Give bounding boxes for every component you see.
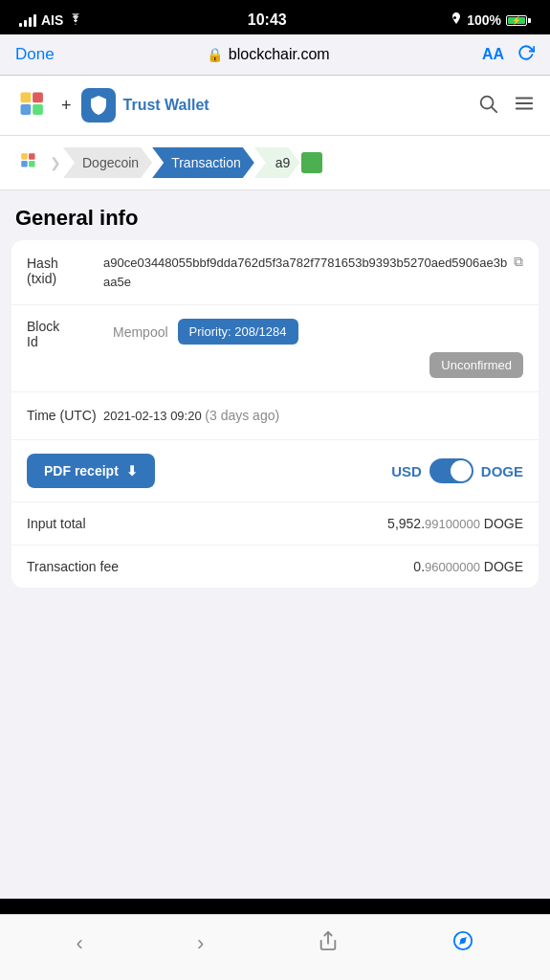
site-header: + Trust Wallet xyxy=(0,76,550,136)
input-total-row: Input total 5,952.99100000 DOGE xyxy=(11,502,539,546)
block-id-label: BlockId xyxy=(27,319,103,349)
input-total-decimal: 99100000 xyxy=(425,517,480,531)
input-total-currency: DOGE xyxy=(484,516,523,531)
breadcrumb-separator-1: ❯ xyxy=(50,155,61,170)
unconfirmed-container: Unconfirmed xyxy=(113,352,523,378)
time-row: Time (UTC) 2021-02-13 09:20 (3 days ago) xyxy=(11,392,539,440)
carrier-label: AIS xyxy=(41,12,63,28)
tx-fee-currency: DOGE xyxy=(484,559,523,574)
hash-row: Hash(txid) a90ce03448055bbf9dda762d5f3a7… xyxy=(11,240,539,305)
copy-icon[interactable]: ⧉ xyxy=(514,254,523,270)
tx-fee-value: 0.96000000 DOGE xyxy=(413,559,523,574)
hash-value[interactable]: a90ce03448055bbf9dda762d5f3a782f7781653b… xyxy=(103,254,508,291)
section-title: General info xyxy=(0,190,550,240)
search-icon[interactable] xyxy=(477,93,498,119)
breadcrumb-dogecoin[interactable]: Dogecoin xyxy=(63,147,152,178)
priority-badge: Priority: 208/1284 xyxy=(178,319,298,345)
info-card: Hash(txid) a90ce03448055bbf9dda762d5f3a7… xyxy=(11,240,539,588)
input-total-label: Input total xyxy=(27,516,86,531)
header-actions xyxy=(477,93,535,119)
time-value: 2021-02-13 09:20 (3 days ago) xyxy=(103,406,523,426)
pdf-label: PDF receipt xyxy=(44,463,119,479)
mempool-text: Mempool xyxy=(113,324,168,340)
pdf-receipt-button[interactable]: PDF receipt ⬇ xyxy=(27,454,155,488)
svg-rect-3 xyxy=(33,104,43,115)
status-right: 100% ⚡ xyxy=(451,12,531,29)
time-date: 2021-02-13 xyxy=(103,409,167,423)
hash-label: Hash(txid) xyxy=(27,254,103,286)
breadcrumb-home[interactable] xyxy=(13,145,48,180)
svg-rect-9 xyxy=(21,153,28,160)
status-time: 10:43 xyxy=(248,11,287,29)
svg-rect-0 xyxy=(21,93,32,103)
forward-button[interactable]: › xyxy=(182,927,219,960)
lock-icon: 🔒 xyxy=(207,47,223,62)
hash-value-container: a90ce03448055bbf9dda762d5f3a782f7781653b… xyxy=(103,254,523,291)
block-id-mempool: Mempool Priority: 208/1284 xyxy=(113,319,523,345)
battery-percent: 100% xyxy=(467,12,501,28)
receipt-row: PDF receipt ⬇ USD DOGE xyxy=(11,440,539,502)
breadcrumb-hash-short[interactable]: a9 xyxy=(254,147,300,178)
input-total-value: 5,952.99100000 DOGE xyxy=(387,516,523,531)
aa-button[interactable]: AA xyxy=(482,46,504,63)
currency-switch[interactable] xyxy=(429,458,473,483)
tx-fee-label: Transaction fee xyxy=(27,559,119,574)
svg-rect-12 xyxy=(29,161,35,167)
svg-rect-11 xyxy=(21,161,28,167)
svg-line-5 xyxy=(492,107,496,112)
location-icon xyxy=(451,12,462,29)
url-text: blockchair.com xyxy=(229,46,330,63)
browser-actions: AA xyxy=(482,44,535,65)
download-icon: ⬇ xyxy=(126,463,138,479)
page-content: + Trust Wallet xyxy=(0,76,550,899)
input-total-main: 5,952. xyxy=(387,516,425,531)
currency-doge-label: DOGE xyxy=(481,463,523,479)
tx-fee-main: 0. xyxy=(413,559,425,574)
tx-fee-decimal: 96000000 xyxy=(425,560,480,574)
status-left: AIS xyxy=(19,12,83,28)
trust-wallet-label: Trust Wallet xyxy=(123,97,209,114)
menu-icon[interactable] xyxy=(514,93,535,119)
toggle-knob xyxy=(451,460,472,481)
svg-rect-10 xyxy=(29,153,35,160)
wifi-icon xyxy=(68,12,83,28)
svg-rect-2 xyxy=(21,104,32,115)
share-button[interactable] xyxy=(302,926,354,961)
currency-toggle[interactable]: USD DOGE xyxy=(391,458,523,483)
time-hour: 09:20 xyxy=(170,409,202,423)
browser-bar: Done 🔒 blockchair.com AA xyxy=(0,34,550,76)
block-id-row: BlockId Mempool Priority: 208/1284 Uncon… xyxy=(11,305,539,392)
breadcrumb-transaction[interactable]: Transaction xyxy=(152,147,254,178)
time-label: Time (UTC) xyxy=(27,406,103,423)
breadcrumb-color-indicator xyxy=(301,152,322,173)
block-id-content: Mempool Priority: 208/1284 Unconfirmed xyxy=(113,319,523,378)
url-bar: 🔒 blockchair.com xyxy=(207,46,330,63)
unconfirmed-badge: Unconfirmed xyxy=(429,352,523,378)
bottom-nav: ‹ › xyxy=(0,914,550,980)
bottom-spacer xyxy=(0,599,550,676)
plus-icon: + xyxy=(61,96,72,116)
back-button[interactable]: ‹ xyxy=(61,927,99,960)
breadcrumb: ❯ Dogecoin Transaction a9 xyxy=(0,136,550,190)
blockchair-logo[interactable] xyxy=(15,87,52,123)
trust-wallet-badge[interactable]: Trust Wallet xyxy=(81,88,209,122)
time-relative: (3 days ago) xyxy=(205,408,279,423)
trust-wallet-icon xyxy=(81,88,116,122)
svg-rect-1 xyxy=(33,93,43,103)
currency-usd-label: USD xyxy=(391,463,422,479)
battery-icon: ⚡ xyxy=(506,15,531,26)
tx-fee-row: Transaction fee 0.96000000 DOGE xyxy=(11,546,539,588)
signal-bars xyxy=(19,13,36,27)
compass-button[interactable] xyxy=(437,926,489,961)
reload-icon[interactable] xyxy=(517,44,535,65)
done-button[interactable]: Done xyxy=(15,45,55,64)
status-bar: AIS 10:43 100% ⚡ xyxy=(0,0,550,34)
